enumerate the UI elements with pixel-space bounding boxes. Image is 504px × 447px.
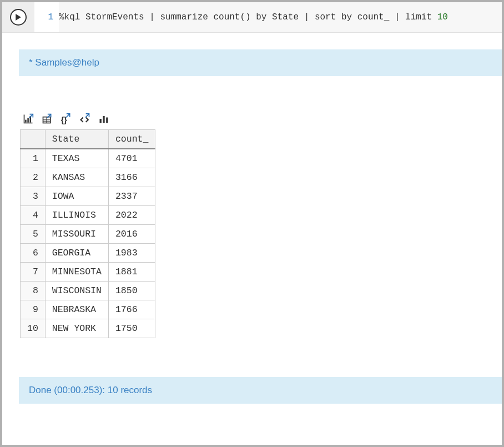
svg-rect-2 [27,118,29,122]
row-index: 2 [21,168,46,187]
info-bar: * Samples@help [19,49,502,76]
svg-marker-0 [16,14,21,21]
code-limit: 10 [437,12,448,22]
export-json-button[interactable]: {} [60,113,72,125]
code-text: %kql StormEvents | summarize count() by … [59,12,437,22]
row-index: 8 [21,282,46,300]
table-row: 10NEW YORK1750 [21,319,155,338]
svg-rect-1 [25,120,27,123]
row-index: 1 [21,149,46,168]
notebook: 1 %kql StormEvents | summarize count() b… [2,2,502,445]
svg-rect-9 [100,119,102,123]
braces-arrow-icon: {} [61,113,72,124]
cell-state: TEXAS [45,149,108,168]
cell-state: KANSAS [45,168,108,187]
svg-rect-10 [103,116,104,123]
line-number: 1 [34,2,59,22]
code-editor[interactable]: %kql StormEvents | summarize count() by … [59,2,502,32]
table-row: 5MISSOURI2016 [21,225,155,244]
table-header-count: count_ [108,130,155,149]
result-toolbar: {} [19,109,502,129]
export-chart-button[interactable] [22,113,34,125]
run-button-area [2,2,34,32]
row-index: 10 [21,319,46,338]
play-icon [15,14,22,21]
cell-count: 2022 [108,206,155,225]
table-row: 9NEBRASKA1766 [21,300,155,319]
cell-count: 1750 [108,319,155,338]
cell-state: ILLINOIS [45,206,108,225]
svg-rect-11 [106,118,108,123]
table-row: 7MINNESOTA1881 [21,263,155,282]
status-bar: Done (00:00.253): 10 records [19,377,502,404]
cell-count: 1983 [108,244,155,263]
row-index: 9 [21,300,46,319]
table-header-state: State [45,130,108,149]
export-table-button[interactable] [41,113,53,125]
table-row: 2KANSAS3166 [21,168,155,187]
cell-state: NEW YORK [45,319,108,338]
row-index: 3 [21,187,46,206]
result-table: State count_ 1TEXAS4701 2KANSAS3166 3IOW… [20,129,155,338]
table-body: 1TEXAS4701 2KANSAS3166 3IOWA2337 4ILLINO… [21,149,155,338]
cell-count: 2016 [108,225,155,244]
table-row: 6GEORGIA1983 [21,244,155,263]
cell-count: 1881 [108,263,155,282]
table-row: 3IOWA2337 [21,187,155,206]
chart-arrow-icon [23,113,34,124]
cell-state: MISSOURI [45,225,108,244]
cell-state: WISCONSIN [45,282,108,300]
cell-count: 2337 [108,187,155,206]
run-button[interactable] [10,9,27,26]
row-index: 4 [21,206,46,225]
chart-view-button[interactable] [98,113,110,125]
row-index: 6 [21,244,46,263]
cell-count: 1766 [108,300,155,319]
cell-state: GEORGIA [45,244,108,263]
table-row: 4ILLINOIS2022 [21,206,155,225]
bar-chart-icon [98,113,109,124]
cell-count: 1850 [108,282,155,300]
output-area: * Samples@help [2,33,502,404]
cell-state: IOWA [45,187,108,206]
row-index: 7 [21,263,46,282]
table-row: 8WISCONSIN1850 [21,282,155,300]
row-index: 5 [21,225,46,244]
table-row: 1TEXAS4701 [21,149,155,168]
cell-state: NEBRASKA [45,300,108,319]
cell-count: 4701 [108,149,155,168]
code-arrow-icon [79,113,90,124]
cell-count: 3166 [108,168,155,187]
table-arrow-icon [42,113,53,124]
table-header-index [21,130,46,149]
cell-state: MINNESOTA [45,263,108,282]
export-code-button[interactable] [79,113,91,125]
code-cell: 1 %kql StormEvents | summarize count() b… [2,2,502,33]
